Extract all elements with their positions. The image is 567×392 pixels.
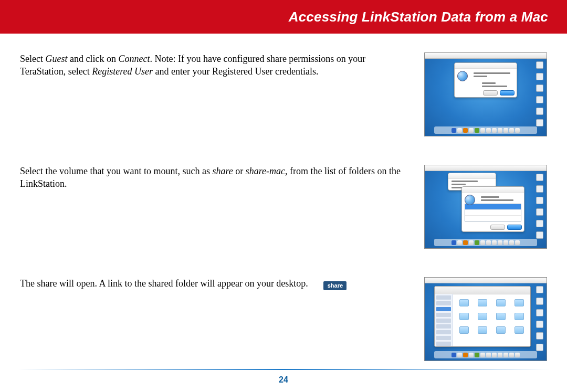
- footer-rule: [18, 369, 549, 370]
- text-fragment: The share will open. A link to the share…: [20, 278, 308, 289]
- text-fragment: and enter your Registered User credentia…: [153, 66, 318, 77]
- share-desktop-icon: share: [320, 281, 350, 290]
- title-bar: Accessing LinkStation Data from a Mac: [0, 0, 567, 34]
- page-number: 24: [0, 375, 567, 385]
- share-icon-label: share: [323, 281, 346, 290]
- text-fragment: Select the volume that you want to mount…: [20, 166, 212, 176]
- text-emphasis: share: [212, 166, 233, 176]
- page-body: Select Guest and click on Connect. Note:…: [0, 34, 567, 361]
- screenshot-select-volume: [424, 165, 547, 249]
- step-row: Select Guest and click on Connect. Note:…: [20, 52, 547, 136]
- step-row: Select the volume that you want to mount…: [20, 165, 547, 249]
- step-text: Select the volume that you want to mount…: [20, 165, 412, 190]
- text-emphasis: share-mac: [246, 166, 285, 176]
- screenshot-connect-dialog: [424, 52, 547, 136]
- step-text: Select Guest and click on Connect. Note:…: [20, 52, 412, 78]
- step-text: The share will open. A link to the share…: [20, 277, 412, 290]
- step-row: The share will open. A link to the share…: [20, 277, 547, 361]
- text-fragment: Select: [20, 54, 45, 64]
- text-emphasis: Registered User: [92, 66, 153, 77]
- text-emphasis: Connect: [118, 54, 150, 64]
- screenshot-finder-share: [424, 277, 547, 361]
- page-title: Accessing LinkStation Data from a Mac: [289, 9, 548, 25]
- text-fragment: and click on: [67, 54, 118, 64]
- document-page: Accessing LinkStation Data from a Mac Se…: [0, 0, 567, 392]
- text-fragment: or: [233, 166, 246, 176]
- text-emphasis: Guest: [45, 54, 67, 64]
